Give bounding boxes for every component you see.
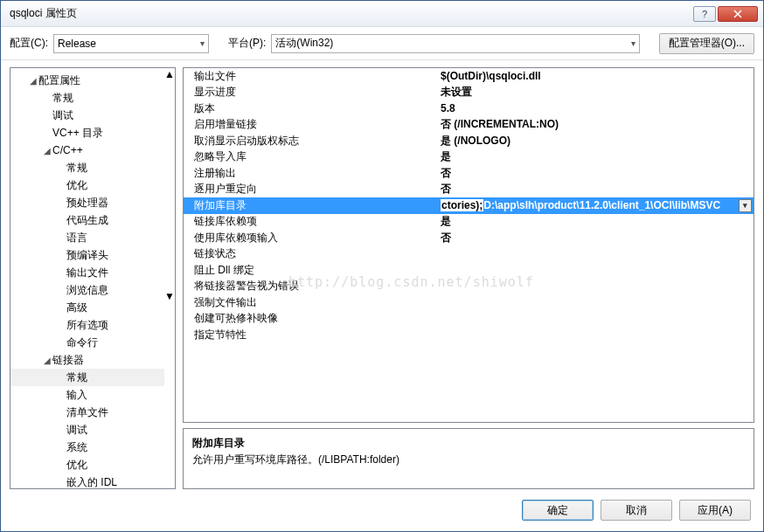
property-name: 忽略导入库 xyxy=(184,149,437,164)
property-name: 版本 xyxy=(184,101,437,116)
property-row[interactable]: 链接状态 xyxy=(184,246,754,263)
tree-node[interactable]: 命令行 xyxy=(10,334,164,351)
property-value: ctories);D:\app\slh\product\11.2.0\clien… xyxy=(437,199,754,212)
chevron-down-icon[interactable]: ▾ xyxy=(739,199,752,212)
scroll-up-icon[interactable]: ▲ xyxy=(164,68,175,80)
tree-node-label: 优化 xyxy=(66,178,87,193)
close-button[interactable] xyxy=(718,6,758,22)
tree-node-label: 清单文件 xyxy=(66,405,108,420)
tree-node-label: 调试 xyxy=(52,108,73,123)
tree-node[interactable]: 调试 xyxy=(10,421,164,439)
tree-node[interactable]: 优化 xyxy=(10,456,164,473)
property-value-text: 未设置 xyxy=(441,85,472,100)
property-name: 强制文件输出 xyxy=(184,295,437,310)
property-grid[interactable]: 输出文件$(OutDir)\qsqloci.dll显示进度未设置版本5.8启用增… xyxy=(184,68,754,343)
property-value-text: 5.8 xyxy=(441,102,455,114)
property-row[interactable]: 注册输出否 xyxy=(184,165,754,182)
property-value-text: D:\app\slh\product\11.2.0\client_1\OCI\l… xyxy=(483,199,720,211)
tree-node[interactable]: ◢链接器 xyxy=(10,351,164,369)
description-body: 允许用户重写环境库路径。(/LIBPATH:folder) xyxy=(192,453,745,467)
tree-node-label: 高级 xyxy=(66,301,87,315)
scroll-down-icon[interactable]: ▼ xyxy=(164,290,175,302)
scroll-thumb[interactable] xyxy=(164,80,175,290)
footer: 确定 取消 应用(A) xyxy=(1,489,763,531)
property-row[interactable]: 使用库依赖项输入否 xyxy=(184,230,754,246)
cancel-button[interactable]: 取消 xyxy=(601,500,672,521)
tree-node-label: 调试 xyxy=(66,423,87,438)
tree-node[interactable]: 预处理器 xyxy=(10,194,164,211)
property-row[interactable]: 版本5.8 xyxy=(184,100,754,117)
property-row[interactable]: 忽略导入库是 xyxy=(184,149,754,166)
property-name: 链接状态 xyxy=(184,246,437,261)
tree-node[interactable]: ◢C/C++ xyxy=(10,142,164,159)
property-row[interactable]: 显示进度未设置 xyxy=(184,85,754,101)
property-grid-panel: http://blog.csdn.net/shiwolf 输出文件$(OutDi… xyxy=(183,67,754,423)
window-title: qsqloci 属性页 xyxy=(10,6,693,21)
tree-node-label: 所有选项 xyxy=(66,318,108,333)
ok-button[interactable]: 确定 xyxy=(522,500,594,521)
property-value-text: 否 (/INCREMENTAL:NO) xyxy=(441,117,559,132)
scrollbar[interactable]: ▲ ▼ xyxy=(164,68,175,488)
tree-node-label: VC++ 目录 xyxy=(52,126,103,141)
tree-node-label: 预编译头 xyxy=(66,248,108,263)
property-name: 注册输出 xyxy=(184,166,437,181)
property-row[interactable]: 附加库目录ctories);D:\app\slh\product\11.2.0\… xyxy=(184,197,754,214)
property-name: 指定节特性 xyxy=(184,328,437,342)
chevron-down-icon: ▾ xyxy=(631,38,636,48)
property-row[interactable]: 创建可热修补映像 xyxy=(184,311,754,328)
tree-node[interactable]: 预编译头 xyxy=(10,246,164,264)
tree-node[interactable]: 输出文件 xyxy=(10,264,164,281)
tree-node[interactable]: 常规 xyxy=(10,89,164,107)
platform-combo[interactable]: 活动(Win32) ▾ xyxy=(271,34,639,53)
tree-node[interactable]: 代码生成 xyxy=(10,211,164,229)
property-value: 否 xyxy=(437,231,754,245)
caret-icon: ◢ xyxy=(42,146,52,155)
property-row[interactable]: 启用增量链接否 (/INCREMENTAL:NO) xyxy=(184,117,754,134)
tree-node-label: 命令行 xyxy=(66,335,98,350)
tree-node[interactable]: 调试 xyxy=(10,107,164,124)
tree-node-label: 系统 xyxy=(66,440,87,455)
property-name: 创建可热修补映像 xyxy=(184,311,437,326)
config-manager-button[interactable]: 配置管理器(O)... xyxy=(659,33,754,54)
tree-node-label: 预处理器 xyxy=(66,196,108,211)
property-name: 阻止 Dll 绑定 xyxy=(184,263,437,278)
property-value-text: 否 xyxy=(441,182,451,197)
tree-node[interactable]: 语言 xyxy=(10,229,164,246)
property-value: 是 xyxy=(437,214,754,229)
property-row[interactable]: 指定节特性 xyxy=(184,327,754,343)
tree-node[interactable]: 清单文件 xyxy=(10,404,164,421)
property-row[interactable]: 逐用户重定向否 xyxy=(184,182,754,198)
chevron-down-icon: ▾ xyxy=(200,38,205,48)
property-row[interactable]: 阻止 Dll 绑定 xyxy=(184,262,754,279)
property-row[interactable]: 取消显示启动版权标志是 (/NOLOGO) xyxy=(184,133,754,149)
tree-node[interactable]: 常规 xyxy=(10,369,164,386)
tree-node[interactable]: 高级 xyxy=(10,299,164,316)
config-label: 配置(C): xyxy=(10,36,48,51)
config-combo[interactable]: Release ▾ xyxy=(53,34,209,53)
tree-node[interactable]: 系统 xyxy=(10,439,164,456)
property-row[interactable]: 强制文件输出 xyxy=(184,294,754,311)
property-row[interactable]: 输出文件$(OutDir)\qsqloci.dll xyxy=(184,68,754,85)
tree[interactable]: ◢配置属性常规调试VC++ 目录◢C/C++常规优化预处理器代码生成语言预编译头… xyxy=(10,68,164,488)
tree-node[interactable]: 优化 xyxy=(10,176,164,194)
tree-node[interactable]: 所有选项 xyxy=(10,316,164,334)
tree-node[interactable]: 常规 xyxy=(10,159,164,176)
property-value-text: 是 xyxy=(441,214,451,229)
tree-node-label: 常规 xyxy=(52,91,73,106)
tree-node[interactable]: 输入 xyxy=(10,386,164,404)
property-row[interactable]: 链接库依赖项是 xyxy=(184,214,754,231)
property-value: 否 xyxy=(437,182,754,197)
help-button[interactable]: ? xyxy=(693,6,716,22)
tree-node[interactable]: ◢配置属性 xyxy=(10,72,164,89)
dialog-body: ◢配置属性常规调试VC++ 目录◢C/C++常规优化预处理器代码生成语言预编译头… xyxy=(1,60,763,489)
property-value: 否 xyxy=(437,166,754,181)
property-row[interactable]: 将链接器警告视为错误 xyxy=(184,279,754,295)
property-value-text: $(OutDir)\qsqloci.dll xyxy=(441,70,541,82)
tree-node[interactable]: 浏览信息 xyxy=(10,281,164,299)
property-name: 将链接器警告视为错误 xyxy=(184,279,437,294)
property-name: 使用库依赖项输入 xyxy=(184,231,437,245)
tree-node[interactable]: VC++ 目录 xyxy=(10,124,164,142)
tree-node[interactable]: 嵌入的 IDL xyxy=(10,473,164,488)
platform-value: 活动(Win32) xyxy=(275,36,333,51)
apply-button[interactable]: 应用(A) xyxy=(679,500,751,521)
